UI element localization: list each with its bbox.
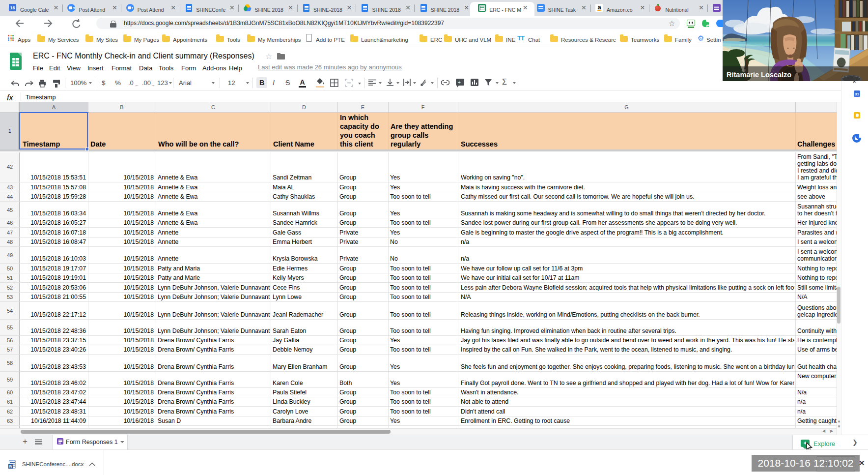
svg-text:Ritamarie Loscalzo: Ritamarie Loscalzo	[727, 71, 791, 79]
